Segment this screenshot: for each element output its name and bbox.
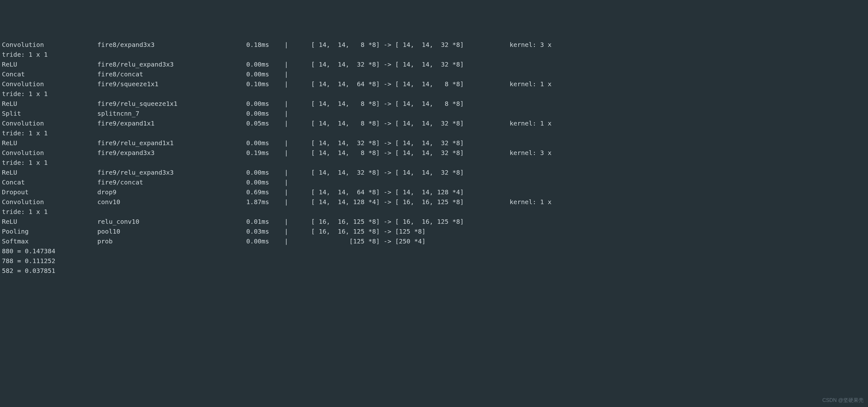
terminal-line: Convolution fire8/expand3x3 0.18ms | [ 1… [2,40,866,50]
terminal-line: ReLU fire9/relu_expand3x3 0.00ms | [ 14,… [2,168,866,178]
watermark-text: CSDN @坚硬果壳 [823,397,864,404]
terminal-line: tride: 1 x 1 [2,158,866,168]
terminal-line: ReLU fire9/relu_expand1x1 0.00ms | [ 14,… [2,138,866,148]
terminal-line: Split splitncnn_7 0.00ms | [2,109,866,119]
terminal-line: ReLU relu_conv10 0.01ms | [ 16, 16, 125 … [2,217,866,227]
terminal-line: ReLU fire8/relu_expand3x3 0.00ms | [ 14,… [2,60,866,69]
terminal-line: Concat fire8/concat 0.00ms | [2,69,866,79]
terminal-line: tride: 1 x 1 [2,50,866,60]
terminal-line: Dropout drop9 0.69ms | [ 14, 14, 64 *8] … [2,187,866,197]
terminal-line: Convolution conv10 1.87ms | [ 14, 14, 12… [2,197,866,207]
terminal-line: tride: 1 x 1 [2,207,866,217]
terminal-line: Concat fire9/concat 0.00ms | [2,178,866,187]
terminal-line: Convolution fire9/expand1x1 0.05ms | [ 1… [2,119,866,128]
terminal-line: Convolution fire9/squeeze1x1 0.10ms | [ … [2,79,866,89]
terminal-line: tride: 1 x 1 [2,128,866,138]
terminal-line: 582 = 0.037851 [2,266,866,276]
terminal-line: Pooling pool10 0.03ms | [ 16, 16, 125 *8… [2,227,866,237]
terminal-line: ReLU fire9/relu_squeeze1x1 0.00ms | [ 14… [2,99,866,109]
terminal-line: tride: 1 x 1 [2,89,866,99]
terminal-output: Convolution fire8/expand3x3 0.18ms | [ 1… [2,40,866,276]
terminal-line: Convolution fire9/expand3x3 0.19ms | [ 1… [2,148,866,158]
terminal-line: 788 = 0.111252 [2,256,866,266]
terminal-line: 880 = 0.147384 [2,246,866,256]
terminal-line: Softmax prob 0.00ms | [125 *8] -> [250 *… [2,237,866,246]
